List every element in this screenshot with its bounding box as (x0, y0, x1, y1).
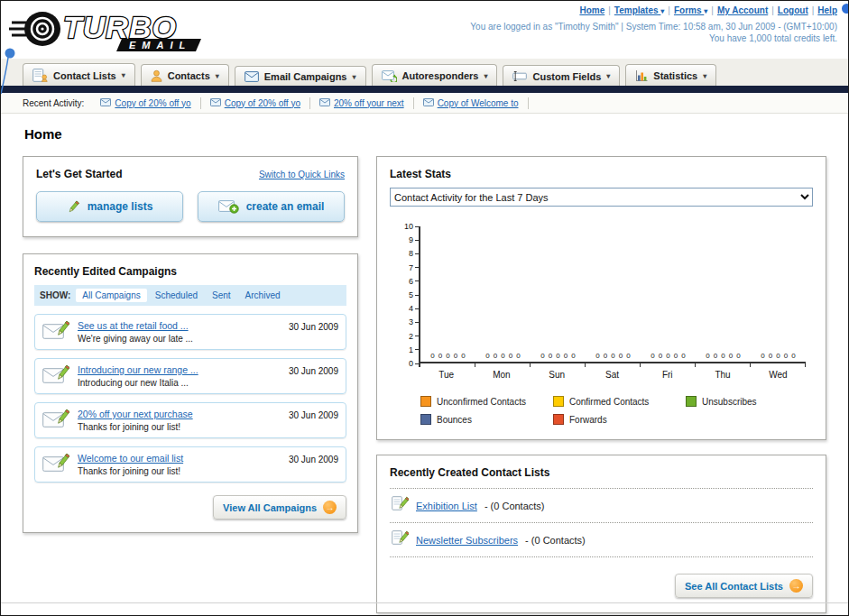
campaigns-filter-archived[interactable]: Archived (239, 289, 287, 302)
nav-tab-label: Statistics (653, 70, 697, 81)
chart-bar-group: 00000 (696, 226, 751, 362)
nav-tab-email-campaigns[interactable]: Email Campaigns▾ (235, 66, 366, 86)
nav-tab-statistics[interactable]: Statistics▾ (625, 64, 716, 86)
link-separator: | (771, 5, 774, 15)
envelope-pencil-icon (42, 409, 69, 432)
x-axis-label: Mon (474, 370, 529, 380)
campaigns-filter-sent[interactable]: Sent (206, 289, 237, 302)
latest-stats-panel: Latest Stats Contact Activity for the La… (376, 156, 826, 440)
footer-divider (1, 602, 848, 603)
campaigns-filter-all-campaigns[interactable]: All Campaigns (76, 289, 146, 302)
campaign-subtitle: Thanks for joining our list! (78, 422, 281, 432)
bar-value: 0 (714, 352, 717, 360)
legend-swatch (420, 396, 431, 407)
bar-value-labels: 00000 (475, 352, 531, 360)
nav-tab-label: Email Campaigns (264, 71, 347, 82)
legend-item-bounces: Bounces (420, 414, 548, 425)
x-axis-tick (751, 363, 806, 367)
recent-activity-link[interactable]: Copy of Welcome to (438, 98, 519, 108)
decorative-dot (842, 4, 849, 14)
legend-item-unconfirmed-contacts: Unconfirmed Contacts (420, 396, 548, 407)
recent-activity-link[interactable]: Copy of 20% off yo (115, 98, 190, 108)
recent-activity-item: Copy of Welcome to (414, 97, 529, 109)
campaigns-filter-scheduled[interactable]: Scheduled (149, 289, 204, 302)
view-all-campaigns-button[interactable]: View All Campaigns → (213, 495, 346, 519)
contact-list-link[interactable]: Exhibition List (416, 501, 477, 511)
chart-bar-group: 00000 (531, 226, 586, 362)
legend-label: Unsubscribes (702, 397, 757, 407)
legend-label: Confirmed Contacts (569, 397, 649, 407)
bar-value: 0 (769, 352, 772, 360)
bar-value: 0 (681, 352, 685, 360)
recent-campaigns-panel: Recently Edited Campaigns SHOW: All Camp… (23, 253, 358, 533)
chevron-down-icon: ▾ (704, 7, 707, 15)
top-link-logout[interactable]: Logout (778, 5, 808, 15)
campaign-title-link[interactable]: Introducing our new range ... (78, 364, 281, 375)
bar-value: 0 (595, 352, 599, 360)
chart-x-axis: TueMonSunSatFriThuWed (419, 370, 806, 380)
create-email-label: create an email (246, 200, 325, 213)
recent-contact-lists-panel: Recently Created Contact Lists Exhibitio… (376, 455, 826, 613)
nav-tab-contact-lists[interactable]: Contact Lists▾ (23, 63, 135, 86)
contact-activity-chart: 109876543210 000000000000000000000000000… (390, 226, 813, 380)
envelope-icon (319, 98, 330, 108)
top-link-forms[interactable]: Forms ▾ (674, 5, 707, 15)
nav-divider-bar (1, 86, 848, 93)
top-link-home[interactable]: Home (579, 5, 604, 15)
recent-activity-label: Recent Activity: (23, 98, 84, 108)
contact-lists-icon (32, 69, 48, 82)
x-axis-label: Fri (640, 370, 695, 380)
campaign-title-link[interactable]: 20% off your next purchase (78, 409, 281, 419)
credits-info: You have 1,000 total credits left. (470, 33, 837, 43)
chevron-down-icon: ▾ (484, 72, 487, 80)
link-separator: | (668, 5, 670, 15)
chevron-down-icon: ▾ (122, 71, 125, 79)
campaign-text: Introducing our new range ...Introducing… (78, 364, 281, 388)
bar-value: 0 (446, 352, 449, 360)
x-axis-label: Sat (585, 370, 640, 380)
campaign-date: 30 Jun 2009 (289, 322, 338, 332)
campaign-date: 30 Jun 2009 (289, 455, 338, 464)
recent-activity-link[interactable]: 20% off your next (334, 98, 404, 108)
bar-value: 0 (494, 352, 497, 360)
chart-bar-group: 00000 (420, 226, 475, 362)
envelope-plus-icon (218, 199, 239, 214)
create-email-button[interactable]: create an email (198, 191, 345, 222)
nav-tab-contacts[interactable]: Contacts▾ (141, 64, 229, 86)
bar-value: 0 (509, 352, 512, 360)
link-separator: | (608, 5, 611, 15)
manage-lists-button[interactable]: manage lists (36, 191, 183, 222)
top-link-templates[interactable]: Templates ▾ (614, 5, 665, 15)
see-all-contact-lists-button[interactable]: See All Contact Lists → (675, 574, 813, 598)
campaign-title-link[interactable]: See us at the retail food ... (78, 320, 281, 331)
header-links: Home|Templates ▾|Forms ▾|My Account|Logo… (470, 5, 837, 15)
recent-activity-item: Copy of 20% off yo (91, 97, 200, 109)
campaign-title-link[interactable]: Welcome to our email list (78, 453, 281, 464)
top-link-my-account[interactable]: My Account (717, 5, 768, 15)
bar-value: 0 (651, 352, 654, 360)
legend-swatch (686, 396, 697, 407)
x-axis-label: Wed (751, 370, 806, 380)
switch-quick-links-link[interactable]: Switch to Quick Links (259, 170, 345, 179)
contact-list-link[interactable]: Newsletter Subscribers (416, 535, 518, 546)
stats-period-select[interactable]: Contact Activity for the Last 7 Days (390, 188, 813, 207)
nav-tab-autoresponders[interactable]: Autoresponders▾ (372, 64, 498, 86)
chart-legend: Unconfirmed ContactsConfirmed ContactsUn… (390, 396, 813, 425)
x-axis-tick (419, 363, 475, 367)
pencil-icon (67, 200, 80, 214)
campaign-date: 30 Jun 2009 (289, 410, 338, 420)
x-axis-label: Sun (530, 370, 585, 380)
chart-bar-group: 00000 (586, 226, 641, 362)
recent-activity-link[interactable]: Copy of 20% off yo (225, 98, 300, 108)
x-axis-tick (475, 363, 531, 367)
contact-list-count: - (0 Contacts) (484, 501, 545, 511)
bar-value: 0 (430, 352, 434, 360)
legend-label: Forwards (569, 415, 607, 425)
contact-list-row: Exhibition List- (0 Contacts) (390, 488, 813, 522)
top-link-help[interactable]: Help (817, 5, 837, 15)
bar-value-labels: 00000 (586, 352, 641, 360)
nav-tab-custom-fields[interactable]: Custom Fields▾ (503, 65, 620, 86)
stats-title: Latest Stats (390, 168, 813, 180)
campaign-row: 20% off your next purchaseThanks for joi… (34, 402, 346, 438)
bar-value: 0 (736, 352, 740, 360)
